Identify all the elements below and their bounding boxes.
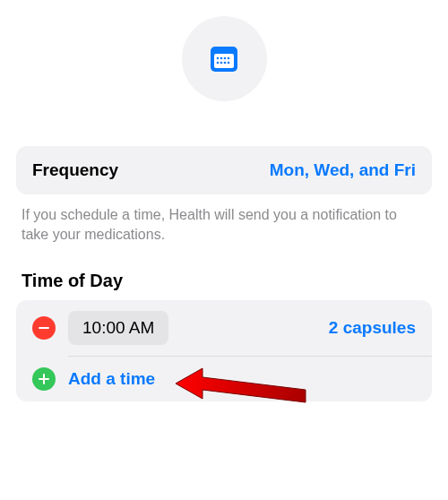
time-entry-row: 10:00 AM 2 capsules bbox=[16, 300, 432, 356]
dose-picker[interactable]: 2 capsules bbox=[329, 318, 416, 338]
svg-point-8 bbox=[224, 61, 227, 64]
add-time-row[interactable]: Add a time bbox=[16, 357, 432, 401]
calendar-icon bbox=[206, 41, 242, 77]
schedule-help-text: If you schedule a time, Health will send… bbox=[16, 194, 432, 244]
svg-rect-1 bbox=[214, 54, 234, 68]
add-time-button[interactable] bbox=[32, 367, 56, 391]
time-of-day-list: 10:00 AM 2 capsules Add a time bbox=[16, 300, 432, 401]
minus-icon bbox=[39, 327, 49, 330]
add-time-label: Add a time bbox=[68, 369, 155, 389]
frequency-row[interactable]: Frequency Mon, Wed, and Fri bbox=[16, 146, 432, 194]
svg-point-6 bbox=[217, 61, 220, 64]
svg-point-4 bbox=[224, 56, 227, 59]
frequency-value: Mon, Wed, and Fri bbox=[270, 160, 416, 180]
frequency-label: Frequency bbox=[32, 160, 118, 180]
svg-point-7 bbox=[220, 61, 223, 64]
header-icon-circle bbox=[182, 16, 267, 101]
time-of-day-title: Time of Day bbox=[16, 244, 432, 300]
svg-point-3 bbox=[220, 56, 223, 59]
svg-point-2 bbox=[217, 56, 220, 59]
time-picker[interactable]: 10:00 AM bbox=[68, 311, 168, 345]
svg-point-5 bbox=[228, 56, 230, 59]
svg-point-9 bbox=[228, 61, 230, 64]
remove-time-button[interactable] bbox=[32, 316, 56, 340]
